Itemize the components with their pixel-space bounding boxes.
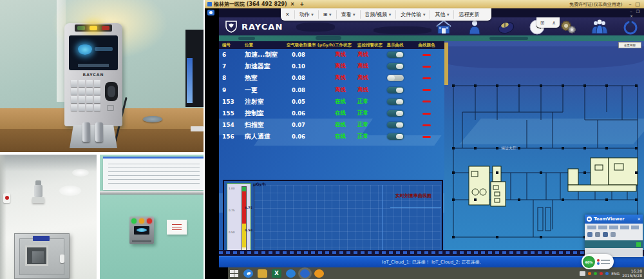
tray-keyboard-icon[interactable] (580, 271, 585, 276)
home-icon[interactable] (434, 19, 453, 35)
panel-session-row[interactable] (585, 240, 643, 248)
tray-orange-icon[interactable] (588, 272, 591, 275)
tray-red-icon[interactable] (600, 272, 603, 275)
share-icon[interactable] (611, 232, 616, 237)
qq-icon[interactable] (286, 269, 296, 278)
teamviewer-toolbar: × 动作 ▾⊞ ▾查看 ▾音频/视频 ▾文件传输 ▾其他 ▾远程更新 (281, 8, 491, 21)
teamviewer-session-icon[interactable] (207, 10, 214, 15)
tray-blue-icon[interactable] (605, 272, 609, 275)
table-row-156[interactable]: 156病人通道0.06在线正常 (219, 131, 444, 142)
toolbar-close-button[interactable]: × (281, 10, 295, 19)
toolbar-item-6[interactable]: 远程更新 (454, 10, 484, 19)
teamviewer-panel-header[interactable]: TeamViewer × (585, 215, 643, 224)
toolbar-grip[interactable]: ⊞ ∧ (536, 17, 560, 28)
mouse-icon[interactable] (497, 19, 516, 35)
new-tab-button[interactable]: + (299, 1, 304, 7)
curve-color-chip (422, 54, 431, 56)
cable-grommet (143, 116, 162, 122)
table-row-6[interactable]: 6加速...制室0.08离线离线 (219, 49, 444, 61)
cell-location: 热室 (245, 73, 287, 82)
red-light-icon (102, 26, 109, 30)
curve-toggle[interactable] (387, 63, 404, 70)
video-icon[interactable] (603, 232, 608, 237)
col-id: 编号 (219, 43, 245, 48)
card-reader-mark (107, 105, 114, 111)
monitor-panel: 编号 位置 空气吸收剂量率 (μGy/h) 工作状态 监控报警状态 显示曲线 曲… (219, 41, 444, 250)
toolbar-item-3[interactable]: 音频/视频 ▾ (361, 10, 397, 19)
curve-toggle[interactable] (387, 99, 404, 105)
minimize-button[interactable]: – (629, 1, 631, 7)
table-row-9[interactable]: 9一更0.08离线离线 (219, 84, 444, 96)
maximize-button[interactable]: □ (635, 1, 640, 7)
curve-toggle[interactable] (387, 52, 404, 58)
green-lamp-icon (131, 218, 137, 224)
toolbar-item-0[interactable]: 动作 ▾ (295, 10, 319, 19)
col-alarm-status: 监控报警状态 (357, 43, 381, 48)
user-icon[interactable] (465, 19, 484, 35)
dose-gauge: 1.000.750.500.250.00 (227, 183, 251, 250)
panel-action-icons (587, 232, 616, 237)
taskbar-clock[interactable]: 16:28 2015/5/28 (622, 269, 642, 278)
terminal-keypad (71, 80, 100, 111)
tab-close-icon[interactable]: × (290, 1, 295, 7)
table-row-154[interactable]: 154扫描室0.07在线正常 (219, 119, 444, 131)
taskbar-notch (205, 267, 228, 279)
y-tick: 0.50 (245, 228, 252, 232)
tray-green-icon[interactable] (594, 272, 597, 275)
dose-rate-chart-panel: 1.000.750.500.250.00 μGy/h 实时剂量率曲线图 0.75… (223, 180, 443, 250)
wall-sensor-base (32, 197, 44, 203)
call-icon[interactable] (595, 232, 600, 237)
curve-toggle[interactable] (387, 133, 404, 140)
map-scrollbar[interactable] (444, 43, 448, 85)
grip-collapse-icon[interactable]: ∧ (552, 20, 556, 26)
curve-toggle[interactable] (387, 87, 404, 93)
app-orange-icon[interactable] (314, 269, 324, 278)
curve-toggle[interactable] (387, 122, 404, 128)
gears-icon[interactable] (558, 19, 578, 35)
photo-wall-monitor (100, 155, 204, 279)
teamviewer-icon[interactable] (300, 269, 310, 278)
panorama-view-button[interactable]: 全景视图 (618, 42, 641, 48)
table-row-7[interactable]: 7加速器室0.10离线离线 (219, 61, 444, 72)
cell-alarm-status: 离线 (357, 63, 381, 70)
cell-location: 加速器室 (245, 62, 287, 71)
panel-subtitle-lines (587, 226, 639, 229)
table-row-155[interactable]: 155控制室0.06在线正常 (219, 108, 444, 119)
cell-location: 扫描室 (245, 120, 287, 130)
curve-toggle[interactable] (387, 75, 404, 81)
grip-expand-icon[interactable]: ⊞ (540, 20, 545, 26)
cell-id: 156 (219, 133, 245, 140)
toolbar-item-4[interactable]: 文件传输 ▾ (396, 10, 430, 19)
cell-alarm-status: 离线 (357, 51, 381, 59)
device-display (134, 226, 149, 235)
teamviewer-side-panel: TeamViewer × (585, 215, 643, 257)
remote-window-controls[interactable]: ‒ ❐ × (630, 9, 644, 18)
teamviewer-badge[interactable]: 40% (582, 254, 614, 269)
panel-close-icon[interactable]: × (637, 216, 641, 222)
curve-color-chip (422, 77, 431, 79)
folder-icon[interactable] (258, 269, 267, 278)
language-indicator[interactable]: ENG (611, 271, 620, 276)
pass-through-label (33, 236, 50, 241)
curve-toggle[interactable] (387, 110, 404, 117)
toolbar-item-2[interactable]: 查看 ▾ (337, 10, 361, 19)
table-row-153[interactable]: 153注射室0.05在线正常 (219, 96, 444, 108)
system-tray: ENG 16:28 2015/5/28 (580, 269, 644, 278)
cell-work-status: 在线 (335, 98, 357, 106)
group-icon[interactable] (590, 19, 609, 35)
toolbar-item-1[interactable]: ⊞ ▾ (319, 10, 337, 19)
table-row-8[interactable]: 8热室0.08离线离线 (219, 72, 444, 84)
raycan-app-window: RAYCAN (219, 8, 644, 267)
screen-status-bar (78, 64, 109, 67)
screen-logo-text (95, 47, 113, 51)
cell-dose: 0.08 (287, 75, 335, 81)
chat-icon[interactable] (587, 232, 592, 237)
toolbar-item-5[interactable]: 其他 ▾ (430, 10, 454, 19)
yellow-light-icon (90, 26, 97, 30)
green-light-icon (77, 26, 85, 30)
session-tab[interactable]: 榆林第一医院 (364 492 829) (214, 1, 287, 8)
excel-icon[interactable]: X (272, 269, 281, 278)
power-icon[interactable] (621, 19, 640, 35)
ie-icon[interactable]: e (243, 269, 253, 278)
start-button[interactable] (229, 269, 239, 278)
